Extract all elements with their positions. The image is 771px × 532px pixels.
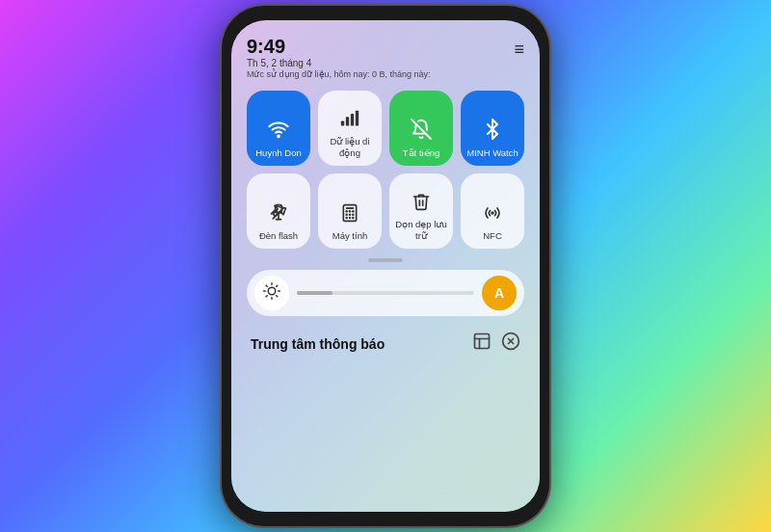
phone-screen: 9:49 Th 5, 2 tháng 4 Mức sử dụng dữ liệu… xyxy=(231,20,540,512)
toggle-grid-row1: Huynh Don Dữ liệu di động xyxy=(247,91,524,166)
wifi-icon xyxy=(268,119,289,144)
svg-line-5 xyxy=(412,120,431,139)
notification-title: Trung tâm thông báo xyxy=(251,336,385,352)
notification-close-icon[interactable] xyxy=(501,332,520,356)
brightness-icon-wrap xyxy=(254,276,289,310)
toggle-nfc-label: NFC xyxy=(479,230,506,241)
toggle-data[interactable]: Dữ liệu di động xyxy=(318,91,382,166)
status-right: ≡ xyxy=(514,40,524,60)
brightness-row: A xyxy=(247,270,524,316)
brightness-icon xyxy=(263,282,280,304)
toggle-calculator[interactable]: Máy tính xyxy=(318,173,382,249)
control-center-panel: 9:49 Th 5, 2 tháng 4 Mức sử dụng dữ liệu… xyxy=(231,20,540,512)
bell-off-icon xyxy=(411,119,432,144)
toggle-bluetooth-label: MINH Watch xyxy=(463,147,521,158)
phone-frame: 9:49 Th 5, 2 tháng 4 Mức sử dụng dữ liệu… xyxy=(222,6,549,526)
svg-line-27 xyxy=(266,296,267,297)
toggle-silent-label: Tắt tiếng xyxy=(399,147,443,158)
svg-point-19 xyxy=(492,212,493,214)
brightness-slider-track[interactable] xyxy=(297,291,474,295)
notification-section: Trung tâm thông báo xyxy=(247,328,524,359)
status-time: 9:49 xyxy=(247,36,431,57)
svg-line-28 xyxy=(277,285,278,286)
flashlight-icon xyxy=(269,203,288,226)
notification-area xyxy=(247,359,524,512)
brightness-slider-fill xyxy=(297,291,332,295)
toggle-flashlight-label: Đèn flash xyxy=(255,230,302,241)
status-left: 9:49 Th 5, 2 tháng 4 Mức sử dụng dữ liệu… xyxy=(247,36,431,79)
toggle-grid-row2: Đèn flash xyxy=(247,173,524,249)
toggle-silent[interactable]: Tắt tiếng xyxy=(389,91,453,166)
toggle-flashlight[interactable]: Đèn flash xyxy=(247,173,310,249)
trash-icon xyxy=(412,192,431,215)
status-data: Mức sử dụng dữ liệu, hôm nay: 0 B, tháng… xyxy=(247,69,431,79)
svg-rect-4 xyxy=(356,111,359,126)
nfc-icon xyxy=(483,203,502,226)
toggle-storage-label: Dọn dẹp lưu trữ xyxy=(389,219,453,241)
svg-point-20 xyxy=(268,287,276,295)
toggle-wifi-label: Huynh Don xyxy=(252,147,306,158)
drag-handle xyxy=(368,258,403,262)
toggle-calculator-label: Máy tính xyxy=(329,230,371,241)
svg-line-23 xyxy=(266,285,267,286)
auto-brightness-button[interactable]: A xyxy=(482,276,517,310)
menu-icon[interactable]: ≡ xyxy=(514,40,524,60)
toggle-data-label: Dữ liệu di động xyxy=(318,136,382,158)
status-date: Th 5, 2 tháng 4 xyxy=(247,58,431,68)
calculator-icon xyxy=(340,203,359,226)
toggle-bluetooth[interactable]: MINH Watch xyxy=(461,91,524,166)
notification-edit-icon[interactable] xyxy=(472,332,492,356)
bluetooth-icon xyxy=(482,119,503,144)
svg-line-24 xyxy=(277,296,278,297)
status-bar: 9:49 Th 5, 2 tháng 4 Mức sử dụng dữ liệu… xyxy=(247,36,524,79)
svg-rect-2 xyxy=(346,118,349,126)
signal-icon xyxy=(340,109,359,132)
toggle-storage[interactable]: Dọn dẹp lưu trữ xyxy=(389,173,453,249)
svg-rect-3 xyxy=(351,114,354,126)
svg-rect-29 xyxy=(475,334,490,349)
toggle-wifi[interactable]: Huynh Don xyxy=(247,91,310,166)
toggle-nfc[interactable]: NFC xyxy=(461,173,524,249)
svg-point-0 xyxy=(278,135,279,137)
svg-rect-1 xyxy=(341,121,344,126)
notification-actions xyxy=(472,332,520,356)
